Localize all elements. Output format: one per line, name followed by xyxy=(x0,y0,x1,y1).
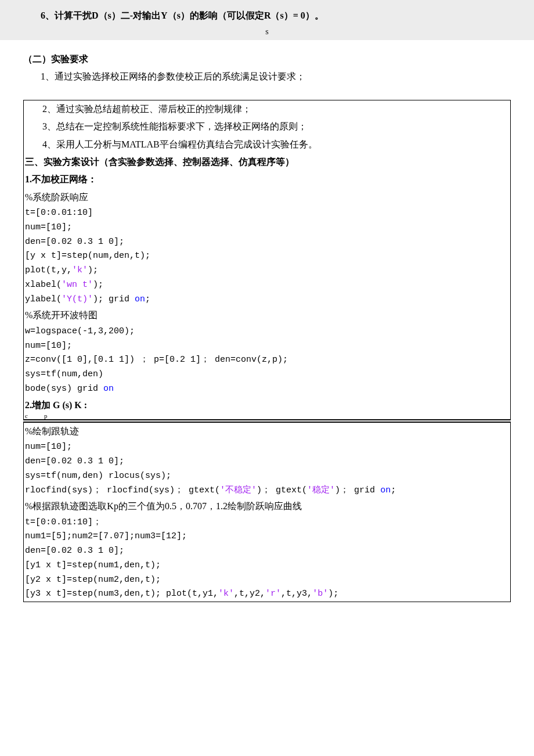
comment-rlocus: %绘制跟轨迹 xyxy=(24,423,510,440)
string-literal: 'wn t' xyxy=(62,280,93,290)
code-line: w=logspace(-1,3,200); xyxy=(24,325,510,339)
subsection-1-heading: 1.不加校正网络： xyxy=(24,171,510,188)
req-item-2: 2、通过实验总结超前校正、滞后校正的控制规律； xyxy=(41,100,510,118)
center-s-symbol: s xyxy=(23,24,511,40)
string-literal: '不稳定' xyxy=(220,485,257,495)
string-literal: 'b' xyxy=(312,589,328,599)
content-box-2: %绘制跟轨迹 num=[10]; den=[0.02 0.3 1 0]; sys… xyxy=(23,422,511,602)
requirements-title: （二）实验要求 xyxy=(23,51,511,68)
code-text: plot(t,y, xyxy=(25,265,72,275)
code-line: ylabel('Y(t)'); grid on; xyxy=(24,293,510,307)
keyword: on xyxy=(103,384,114,394)
code-text: ,t,y3, xyxy=(281,589,312,599)
item-6-text: 6、计算干扰D（s）二-对输出Y（s）的影响（可以假定R（s）= 0）。 xyxy=(41,7,511,24)
string-literal: '稳定' xyxy=(307,485,335,495)
code-text: ); xyxy=(328,589,338,599)
code-text: )； grid xyxy=(335,485,380,495)
req-item-3: 3、总结在一定控制系统性能指标要求下，选择校正网络的原则； xyxy=(41,118,510,135)
code-line: sys=tf(num,den) xyxy=(24,368,510,382)
code-line: num=[10]; xyxy=(24,440,510,455)
req-item-4: 4、采用人工分析与MATLAB平台编程仿真结合完成设计实验任务。 xyxy=(41,136,510,153)
code-line: den=[0.02 0.3 1 0]; xyxy=(24,544,510,559)
requirements-region: （二）实验要求 1、通过实验选择校正网络的参数使校正后的系统满足设计要求； xyxy=(0,40,534,98)
code-line: den=[0.02 0.3 1 0]; xyxy=(24,235,510,250)
content-box-1: 2、通过实验总结超前校正、滞后校正的控制规律； 3、总结在一定控制系统性能指标要… xyxy=(23,100,511,420)
string-literal: 'r' xyxy=(265,589,281,599)
string-literal: 'k' xyxy=(218,589,234,599)
code-line: [y3 x t]=step(num3,den,t); plot(t,y1,'k'… xyxy=(24,587,510,602)
code-line: plot(t,y,'k'); xyxy=(24,264,510,278)
comment-step-response: %系统阶跃响应 xyxy=(24,189,510,206)
code-line: t=[0:0.01:10] xyxy=(24,206,510,221)
code-text: ; xyxy=(391,485,396,495)
divider-double-line xyxy=(23,420,511,422)
string-literal: 'Y(t)' xyxy=(62,294,93,304)
code-line: num1=[5];num2=[7.07];num3=[12]; xyxy=(24,530,510,544)
string-literal: 'k' xyxy=(72,265,88,275)
code-text: )； gtext( xyxy=(257,485,307,495)
subscript-cp: cp xyxy=(24,413,510,419)
comment-kp-values: %根据跟轨迹图选取Kp的三个值为0.5，0.707，1.2绘制阶跃响应曲线 xyxy=(24,498,510,515)
shaded-header-region: 6、计算干扰D（s）二-对输出Y（s）的影响（可以假定R（s）= 0）。 s xyxy=(0,0,534,40)
code-line: [y2 x t]=step(num2,den,t); xyxy=(24,573,510,588)
code-line: t=[0:0.01:10]； xyxy=(24,516,510,530)
code-text: ); xyxy=(88,265,98,275)
code-line: z=conv([1 0],[0.1 1]) ； p=[0.2 1]； den=c… xyxy=(24,353,510,368)
code-text: bode(sys) grid xyxy=(25,384,103,394)
subsection-2-heading: 2.增加 G (s) K : xyxy=(24,397,510,414)
code-line: num=[10]; xyxy=(24,339,510,354)
code-line: num=[10]; xyxy=(24,221,510,235)
code-line: rlocfind(sys)； rlocfind(sys)； gtext('不稳定… xyxy=(24,484,510,498)
code-line: sys=tf(num,den) rlocus(sys); xyxy=(24,469,510,484)
code-text: [y3 x t]=step(num3,den,t); plot(t,y1, xyxy=(25,589,218,599)
keyword: on xyxy=(380,485,391,495)
code-text: ); grid xyxy=(93,294,135,304)
code-line: [y1 x t]=step(num1,den,t); xyxy=(24,559,510,573)
code-text: xlabel( xyxy=(25,280,62,290)
code-text: rlocfind(sys)； rlocfind(sys)； gtext( xyxy=(25,485,220,495)
req-item-1: 1、通过实验选择校正网络的参数使校正后的系统满足设计要求； xyxy=(41,68,511,85)
code-line: [y x t]=step(num,den,t); xyxy=(24,249,510,264)
code-text: ylabel( xyxy=(25,294,62,304)
code-text: ); xyxy=(93,280,103,290)
code-text: ; xyxy=(145,294,150,304)
code-text: ,t,y2, xyxy=(234,589,265,599)
keyword: on xyxy=(135,294,145,304)
code-line: den=[0.02 0.3 1 0]; xyxy=(24,455,510,469)
section-3-heading: 三、实验方案设计（含实验参数选择、控制器选择、仿真程序等） xyxy=(24,153,510,171)
code-line: bode(sys) grid on xyxy=(24,382,510,397)
comment-bode: %系统开环波特图 xyxy=(24,307,510,324)
code-line: xlabel('wn t'); xyxy=(24,278,510,293)
